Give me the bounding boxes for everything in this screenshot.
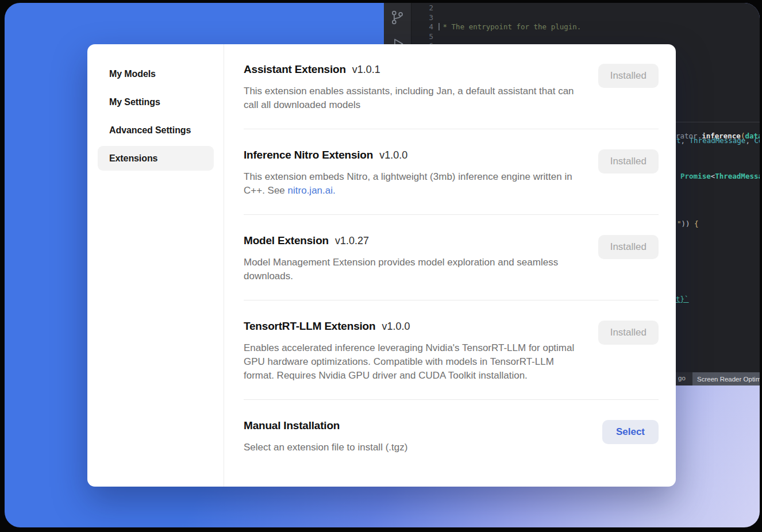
settings-sidebar: My Models My Settings Advanced Settings … <box>87 44 224 487</box>
extension-version: v1.0.0 <box>379 149 407 161</box>
installed-button[interactable]: Installed <box>598 64 659 88</box>
select-button[interactable]: Select <box>602 420 659 444</box>
installed-button[interactable]: Installed <box>598 235 659 259</box>
settings-modal: My Models My Settings Advanced Settings … <box>87 44 676 487</box>
extension-row-inference-nitro: Inference Nitro Extension v1.0.0 This ex… <box>244 129 659 214</box>
screen-reader-status-item[interactable]: Screen Reader Optimized <box>692 372 760 385</box>
extensions-list: Assistant Extension v1.0.1 This extensio… <box>224 44 676 487</box>
source-control-icon[interactable] <box>390 10 405 25</box>
code-fragment-inference: rator.inference(data)); <box>676 132 760 140</box>
extension-row-model: Model Extension v1.0.27 Model Management… <box>244 214 659 300</box>
installed-button[interactable]: Installed <box>598 321 659 345</box>
sidebar-item-my-models[interactable]: My Models <box>98 61 214 86</box>
extension-description: This extension enables assistants, inclu… <box>244 84 580 112</box>
extension-title: Assistant Extension <box>244 63 346 76</box>
status-bar-text: go <box>678 375 686 381</box>
extension-version: v1.0.1 <box>352 64 380 76</box>
extension-title: Inference Nitro Extension <box>244 149 373 161</box>
code-line-2: * The entrypoint for the plugin. <box>438 22 760 32</box>
extension-title: Model Extension <box>244 234 329 247</box>
editor-cursor <box>438 23 440 30</box>
installed-button[interactable]: Installed <box>598 149 659 174</box>
app-window: 2 3 4 5 6 * The entrypoint for the plugi… <box>5 3 760 527</box>
extension-version: v1.0.27 <box>335 235 369 247</box>
extension-row-tensorrt-llm: TensortRT-LLM Extension v1.0.0 Enables a… <box>244 300 659 399</box>
extension-title: TensortRT-LLM Extension <box>244 320 375 333</box>
sidebar-item-advanced-settings[interactable]: Advanced Settings <box>98 118 214 142</box>
sidebar-item-my-settings[interactable]: My Settings <box>98 90 214 114</box>
sidebar-item-extensions[interactable]: Extensions <box>98 146 214 171</box>
code-fragment-brace: ")) { <box>677 219 699 228</box>
extension-description: This extension embeds Nitro, a lightweig… <box>244 170 580 198</box>
extension-title: Manual Installation <box>244 419 340 432</box>
code-fragment-promise: Promise<ThreadMessage> <box>680 172 760 180</box>
extension-row-manual-installation: Manual Installation Select an extension … <box>244 399 659 471</box>
extension-row-assistant: Assistant Extension v1.0.1 This extensio… <box>244 44 659 129</box>
extension-description: Enables accelerated inference leveraging… <box>244 341 580 383</box>
extension-description: Model Management Extension provides mode… <box>244 256 580 283</box>
extension-description: Select an extension file to install (.tg… <box>244 441 580 454</box>
extension-version: v1.0.0 <box>382 321 410 333</box>
nitro-jan-ai-link[interactable]: nitro.jan.ai. <box>288 185 336 196</box>
code-fragment-template: t}` <box>676 295 689 303</box>
